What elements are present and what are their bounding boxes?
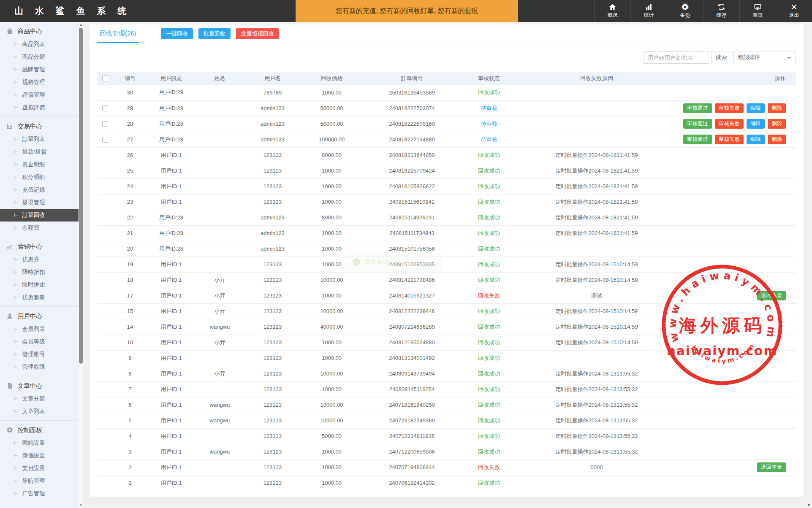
cell-order-no: 240814221738486 [362, 272, 462, 288]
sidebar-item-规格管理[interactable]: ⊢规格管理 [0, 76, 79, 89]
branch-icon: ⊢ [14, 295, 18, 300]
tab-recycle-management[interactable]: 回收管理(26) [97, 24, 139, 43]
search-input[interactable] [644, 51, 709, 64]
reject-button[interactable]: 审核失败 [715, 119, 744, 129]
page-scrollbar[interactable]: ▼ [806, 22, 812, 508]
sidebar-scrollbar-thumb[interactable] [79, 28, 83, 364]
sidebar-item-优惠套餐[interactable]: ⊢优惠套餐 [0, 291, 79, 304]
nav-cache[interactable]: 缓存 [703, 0, 739, 22]
refund-button[interactable]: 退回本金 [757, 291, 786, 300]
cell-price: 50000.00 [301, 116, 362, 132]
sidebar-item-限时拼团[interactable]: ⊢限时拼团 [0, 278, 79, 291]
sidebar-item-管理权限[interactable]: ⊢管理权限 [0, 361, 79, 373]
nav-overview[interactable]: 概况 [594, 0, 630, 22]
sidebar-item-虚拟評價[interactable]: ⊢虚拟評價 [0, 101, 79, 114]
sidebar-item-微信設置[interactable]: ⊢微信設置 [0, 449, 79, 462]
scroll-up-icon[interactable]: ▲ [79, 23, 83, 27]
sidebar-item-导航管理[interactable]: ⊢导航管理 [0, 475, 79, 487]
sidebar-item-优惠券[interactable]: ⊢优惠券 [0, 253, 79, 266]
sidebar-item-会员列表[interactable]: ⊢会员列表 [0, 323, 79, 335]
sidebar-item-管理帐号[interactable]: ⊢管理帐号 [0, 348, 79, 361]
branch-icon: ⊢ [14, 282, 18, 288]
row-checkbox-cell [97, 100, 113, 116]
sidebar-section-goods[interactable]: 商品中心 [0, 24, 79, 38]
cell-id: 29 [113, 100, 147, 116]
select-all-checkbox[interactable] [102, 76, 108, 81]
sidebar-item-文章分類[interactable]: ⊢文章分類 [0, 392, 79, 405]
sidebar-scrollbar[interactable]: ▲ ▼ [79, 22, 83, 508]
cell-name: 小亓 [196, 288, 244, 303]
sort-select[interactable]: 默認排序 [733, 51, 796, 64]
sidebar-item-訂單列表[interactable]: ⊢訂單列表 [0, 133, 79, 146]
cell-actions: 审核通过审核失败编辑删除 [677, 100, 796, 116]
batch-recycle-button[interactable]: 批量回收 [198, 28, 231, 39]
sidebar-item-商品列表[interactable]: ⊢商品列表 [0, 38, 79, 51]
branch-icon: ⊢ [14, 364, 18, 370]
delete-button[interactable]: 删除 [768, 135, 786, 144]
cell-id: 8 [113, 366, 147, 381]
reject-button[interactable]: 审核失败 [715, 135, 744, 144]
nav-homepage[interactable]: 首页 [739, 0, 776, 22]
row-checkbox-cell [97, 178, 113, 194]
row-checkbox-cell [97, 163, 113, 178]
cell-username: admin123 [244, 116, 301, 132]
reject-button[interactable]: 审核失败 [715, 103, 744, 113]
branch-icon: ⊢ [14, 67, 18, 73]
cell-order-no: 250316135453569 [362, 85, 462, 100]
edit-button[interactable]: 编辑 [747, 119, 765, 129]
sidebar-item-文章列表[interactable]: ⊢文章列表 [0, 405, 79, 418]
row-checkbox[interactable] [102, 105, 108, 111]
sidebar-item-品牌管理[interactable]: ⊢品牌管理 [0, 63, 79, 76]
cell-username: 123123 [244, 303, 301, 319]
sidebar-item-訂單回收[interactable]: ⊢訂單回收 [0, 209, 79, 222]
row-checkbox[interactable] [102, 137, 108, 143]
sidebar-item-提現管理[interactable]: ⊢提現管理 [0, 196, 79, 209]
cell-username: admin123 [244, 241, 301, 257]
status-badge: 待审核 [481, 136, 497, 143]
chart-icon [6, 123, 13, 130]
delete-button[interactable]: 删除 [768, 119, 786, 129]
cell-price: 5000.00 [301, 428, 362, 444]
approve-button[interactable]: 审核通过 [683, 119, 712, 129]
row-checkbox[interactable] [102, 121, 108, 127]
branch-icon: ⊢ [14, 440, 18, 446]
nav-stats[interactable]: 统计 [630, 0, 667, 22]
sidebar-item-余額寶[interactable]: ⊢余額寶 [0, 222, 79, 234]
branch-icon: ⊢ [14, 453, 18, 459]
sidebar-item-资金明细[interactable]: ⊢资金明细 [0, 158, 79, 171]
table-row: 23用戶ID:11231231000.00240815115610842回收成功… [97, 194, 796, 210]
sidebar-item-积分明细[interactable]: ⊢积分明细 [0, 171, 79, 184]
sidebar-section-trade[interactable]: 交易中心 [0, 119, 79, 133]
nav-backup[interactable]: 备份 [667, 0, 703, 22]
sidebar-item-网站設置[interactable]: ⊢网站設置 [0, 437, 79, 449]
delete-button[interactable]: 删除 [768, 103, 786, 113]
one-key-recycle-button[interactable]: 一键回收 [161, 28, 193, 39]
approve-button[interactable]: 审核通过 [683, 103, 712, 113]
sidebar-item-充值記錄[interactable]: ⊢充值記錄 [0, 184, 79, 196]
edit-button[interactable]: 编辑 [747, 135, 765, 144]
approve-button[interactable]: 审核通过 [683, 135, 712, 144]
sidebar-section-user[interactable]: 用戶中心 [0, 309, 79, 323]
cell-price: 1000.00 [301, 350, 362, 366]
sidebar-section-control[interactable]: 控制面板 [0, 423, 79, 437]
nav-logout[interactable]: 退出 [776, 0, 812, 22]
sidebar-item-广告管理[interactable]: ⊢广告管理 [0, 487, 79, 500]
cell-order-no: 240816225709424 [362, 163, 462, 178]
search-button[interactable]: 搜索 [711, 51, 731, 64]
sidebar-item-評價管理[interactable]: ⊢評價管理 [0, 89, 79, 101]
action-buttons: 审核通过审核失败编辑删除 [677, 119, 786, 129]
refund-button[interactable]: 退回本金 [757, 462, 786, 472]
batch-refuse-recycle-button[interactable]: 批量拒絕回收 [236, 28, 279, 39]
notification-banner[interactable]: 您有新的充值, 您有新的回收訂單, 您有新的提現 [296, 0, 518, 22]
branch-icon: ⊢ [14, 491, 18, 497]
sidebar-section-market[interactable]: 营销中心 [0, 240, 79, 253]
edit-button[interactable]: 编辑 [747, 103, 765, 113]
sidebar-item-限時折扣[interactable]: ⊢限時折扣 [0, 266, 79, 278]
page-scroll-down-icon[interactable]: ▼ [806, 503, 812, 507]
scroll-down-icon[interactable]: ▼ [79, 503, 83, 507]
sidebar-item-会员等级[interactable]: ⊢会员等级 [0, 335, 79, 348]
sidebar-item-商品分類[interactable]: ⊢商品分類 [0, 51, 79, 63]
sidebar-item-支付設置[interactable]: ⊢支付設置 [0, 462, 79, 475]
sidebar-section-article[interactable]: 文章中心 [0, 379, 79, 392]
sidebar-item-退款/退貨[interactable]: ⊢退款/退貨 [0, 146, 79, 158]
